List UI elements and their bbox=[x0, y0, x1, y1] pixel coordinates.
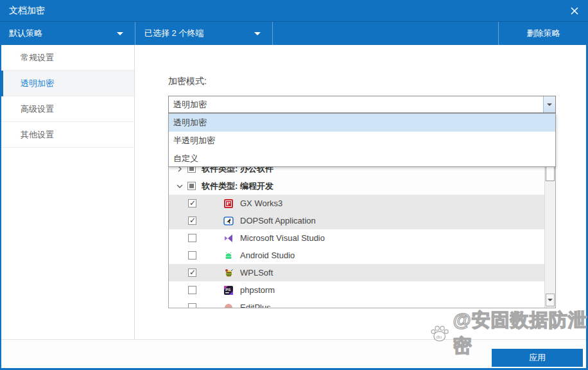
apply-button[interactable]: 应用 bbox=[492, 349, 583, 367]
tree-row-android-studio[interactable]: Android Studio bbox=[169, 247, 555, 264]
row-checkbox[interactable] bbox=[188, 234, 196, 242]
close-button[interactable] bbox=[569, 5, 580, 17]
window-border-left bbox=[0, 45, 1, 370]
settings-sidebar: 常规设置 透明加密 高级设置 其他设置 bbox=[1, 45, 135, 339]
software-tree: 软件类型: 办公软件 软件类型: 编程开发 bbox=[168, 159, 556, 308]
chevron-down-icon bbox=[254, 32, 261, 35]
sidebar-item-transparent-encryption[interactable]: 透明加密 bbox=[1, 71, 134, 96]
group-label: 软件类型: 编程开发 bbox=[202, 181, 273, 192]
group-checkbox[interactable] bbox=[187, 182, 196, 190]
sidebar-item-label: 透明加密 bbox=[21, 78, 54, 89]
document-encryption-dialog: 文档加密 默认策略 已选择 2 个终端 删除策略 常规设置 透明加密 bbox=[0, 0, 588, 370]
terminal-dropdown-label: 已选择 2 个终端 bbox=[144, 28, 203, 39]
tree-scrollbar[interactable] bbox=[544, 160, 555, 308]
policy-dropdown-label: 默认策略 bbox=[9, 28, 42, 39]
scrollbar-thumb[interactable] bbox=[546, 166, 555, 181]
select-arrow-button[interactable] bbox=[543, 96, 555, 112]
delete-policy-button[interactable]: 删除策略 bbox=[498, 22, 588, 45]
row-label: phpstorm bbox=[240, 285, 275, 295]
chevron-down-icon bbox=[117, 32, 123, 35]
sidebar-item-label: 常规设置 bbox=[21, 52, 54, 64]
svg-text:PS: PS bbox=[225, 287, 230, 291]
row-checkbox[interactable] bbox=[188, 303, 196, 308]
visual-studio-icon bbox=[223, 233, 234, 243]
chevron-down-icon[interactable] bbox=[175, 182, 184, 191]
row-label: Android Studio bbox=[240, 251, 295, 260]
tree-row-gx-works3[interactable]: GX Works3 bbox=[169, 195, 555, 212]
menu-option-semi-transparent[interactable]: 半透明加密 bbox=[169, 132, 555, 150]
row-label: DOPSoft Application bbox=[240, 216, 316, 225]
close-icon bbox=[570, 6, 579, 15]
row-label: EditPlus bbox=[240, 303, 271, 308]
row-checkbox[interactable] bbox=[188, 286, 196, 294]
wplsoft-icon bbox=[223, 268, 234, 278]
tree-row-phpstorm[interactable]: PS phpstorm bbox=[169, 281, 555, 299]
menu-option-transparent[interactable]: 透明加密 bbox=[169, 114, 555, 132]
phpstorm-icon: PS bbox=[223, 285, 234, 295]
encryption-mode-select[interactable]: 透明加密 bbox=[168, 96, 556, 113]
policy-dropdown[interactable]: 默认策略 bbox=[0, 22, 135, 45]
tree-row-dopsoft[interactable]: DOPSoft Application bbox=[169, 212, 555, 229]
toolbar: 默认策略 已选择 2 个终端 删除策略 bbox=[0, 21, 588, 45]
sidebar-item-advanced[interactable]: 高级设置 bbox=[1, 96, 134, 122]
row-checkbox[interactable] bbox=[188, 216, 196, 225]
editplus-icon bbox=[223, 303, 234, 309]
encryption-mode-menu: 透明加密 半透明加密 自定义 bbox=[168, 113, 556, 167]
delete-policy-label: 删除策略 bbox=[527, 28, 560, 39]
row-checkbox[interactable] bbox=[188, 251, 196, 260]
scrollbar-down-button[interactable] bbox=[546, 294, 555, 306]
row-label: GX Works3 bbox=[240, 198, 282, 208]
tree-row-visual-studio[interactable]: Microsoft Visual Studio bbox=[169, 229, 555, 247]
title-bar: 文档加密 bbox=[0, 0, 588, 21]
row-checkbox[interactable] bbox=[188, 199, 196, 207]
menu-option-custom[interactable]: 自定义 bbox=[169, 150, 555, 168]
row-label: WPLSoft bbox=[240, 268, 273, 278]
tree-group-programming[interactable]: 软件类型: 编程开发 bbox=[169, 177, 555, 195]
dialog-title: 文档加密 bbox=[9, 5, 45, 17]
sidebar-item-label: 高级设置 bbox=[21, 103, 54, 115]
dopsoft-icon bbox=[223, 216, 234, 226]
gx-works3-icon bbox=[223, 198, 234, 209]
tree-row-wplsoft[interactable]: WPLSoft bbox=[169, 264, 555, 281]
row-checkbox[interactable] bbox=[188, 269, 196, 277]
main-content: 加密模式: 透明加密 透明加密 半透明加密 自定义 软件类型: 办公软件 bbox=[135, 45, 586, 339]
sidebar-item-general[interactable]: 常规设置 bbox=[1, 45, 134, 71]
sidebar-item-other[interactable]: 其他设置 bbox=[1, 122, 134, 148]
tree-row-editplus[interactable]: EditPlus bbox=[169, 299, 555, 308]
sidebar-item-label: 其他设置 bbox=[21, 129, 54, 141]
encryption-mode-label: 加密模式: bbox=[168, 76, 207, 87]
android-studio-icon bbox=[223, 251, 234, 261]
chevron-down-icon bbox=[547, 103, 552, 106]
triangle-down-icon bbox=[548, 299, 553, 301]
mode-select-value: 透明加密 bbox=[173, 99, 207, 110]
terminal-dropdown[interactable]: 已选择 2 个终端 bbox=[135, 22, 273, 45]
row-label: Microsoft Visual Studio bbox=[240, 233, 325, 243]
toolbar-spacer bbox=[273, 22, 498, 45]
